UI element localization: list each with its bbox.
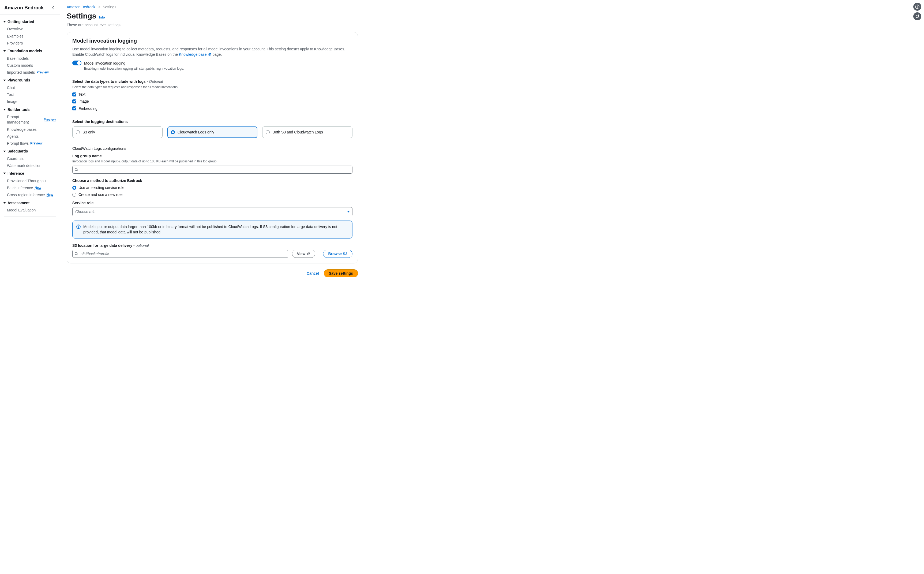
nav-item-label: Base models: [7, 56, 29, 61]
external-link-icon: [307, 252, 310, 255]
datatype-checkbox[interactable]: Image: [72, 99, 352, 104]
s3-label-text: S3 location for large data delivery -: [72, 243, 136, 248]
chevron-left-icon: [52, 6, 54, 9]
page-title: Settings: [67, 11, 96, 22]
svg-rect-7: [917, 6, 918, 8]
help-button[interactable]: [913, 3, 921, 11]
datatype-checkbox[interactable]: Text: [72, 91, 352, 97]
nav-section-header[interactable]: Playgrounds: [0, 76, 60, 84]
nav-item[interactable]: Knowledge bases: [0, 126, 60, 133]
svg-point-6: [917, 6, 918, 6]
nav-section-label: Inference: [8, 171, 24, 176]
checkbox-icon: [72, 106, 76, 110]
nav-item[interactable]: Overview: [0, 25, 60, 32]
nav-item[interactable]: Text: [0, 91, 60, 98]
nav-item[interactable]: Providers: [0, 39, 60, 47]
radio-icon: [171, 130, 175, 134]
nav-item-tag: Preview: [30, 142, 42, 145]
nav-item-label: Custom models: [7, 63, 33, 68]
info-alert: Model input or output data larger than 1…: [72, 221, 352, 238]
browse-s3-button[interactable]: Browse S3: [323, 250, 352, 258]
s3-location-input[interactable]: [72, 250, 288, 258]
info-icon: [76, 225, 81, 229]
nav-item[interactable]: Guardrails: [0, 155, 60, 162]
nav-item-label: Image: [7, 99, 17, 104]
invocation-logging-toggle[interactable]: [72, 61, 82, 65]
nav-item[interactable]: Prompt managementPreview: [0, 114, 60, 126]
nav-section-header[interactable]: Inference: [0, 169, 60, 177]
nav-item-label: Provisioned Throughput: [7, 178, 47, 184]
nav-section-header[interactable]: Getting started: [0, 17, 60, 25]
nav-item[interactable]: Chat: [0, 84, 60, 91]
logging-destination-tile[interactable]: S3 only: [72, 126, 163, 138]
view-button-label: View: [297, 252, 306, 256]
nav-section-header[interactable]: Builder tools: [0, 105, 60, 114]
info-alert-text: Model input or output data larger than 1…: [83, 224, 349, 235]
radio-icon: [72, 186, 76, 190]
destinations-heading: Select the logging destinations: [72, 119, 352, 125]
nav-item[interactable]: Image: [0, 98, 60, 105]
nav-item-tag: New: [35, 186, 41, 190]
log-group-input[interactable]: [72, 166, 352, 173]
nav-item-label: Model Evaluation: [7, 207, 36, 213]
breadcrumb-root[interactable]: Amazon Bedrock: [67, 4, 95, 9]
nav-item-label: Imported models: [7, 70, 35, 75]
logging-destination-tile[interactable]: Cloudwatch Logs only: [167, 126, 258, 138]
datatypes-heading: Select the data types to include with lo…: [72, 79, 352, 84]
page-info-link[interactable]: Info: [99, 15, 105, 20]
nav-section-header[interactable]: Assessment: [0, 199, 60, 207]
datatype-checkbox[interactable]: Embedding: [72, 106, 352, 111]
sidebar-title: Amazon Bedrock: [4, 4, 44, 11]
radio-label: Create and use a new role: [79, 192, 123, 197]
caret-down-icon: [3, 109, 6, 110]
nav-section-header[interactable]: Foundation models: [0, 47, 60, 55]
footer-actions: Cancel Save settings: [67, 269, 358, 278]
checkbox-label: Image: [79, 99, 89, 104]
nav-section-label: Safeguards: [8, 148, 28, 154]
nav-item[interactable]: Cross-region inferenceNew: [0, 191, 60, 198]
view-button[interactable]: View: [292, 250, 316, 258]
save-settings-button[interactable]: Save settings: [324, 269, 358, 278]
checkbox-icon: [72, 93, 76, 96]
service-role-select[interactable]: Choose role: [72, 207, 352, 216]
nav-section-header[interactable]: Safeguards: [0, 147, 60, 155]
auth-method-radio[interactable]: Create and use a new role: [72, 192, 352, 197]
nav-item[interactable]: Agents: [0, 133, 60, 140]
datatypes-heading-text: Select the data types to include with lo…: [72, 79, 149, 84]
nav-item[interactable]: Model Evaluation: [0, 207, 60, 214]
nav-item[interactable]: Imported modelsPreview: [0, 69, 60, 76]
log-group-desc: Invocation logs and model input & output…: [72, 159, 352, 164]
panel-title: Model invocation logging: [72, 37, 352, 45]
sidebar-collapse-button[interactable]: [50, 5, 56, 11]
nav-item-label: Agents: [7, 134, 19, 139]
nav-item-label: Examples: [7, 33, 23, 39]
nav-item[interactable]: Provisioned Throughput: [0, 177, 60, 184]
nav-item[interactable]: Base models: [0, 55, 60, 62]
nav-item[interactable]: Watermark detection: [0, 162, 60, 169]
toggle-sublabel: Enabling model invocation logging will s…: [84, 66, 184, 71]
refresh-button[interactable]: [913, 12, 921, 20]
sidebar: Amazon Bedrock Getting startedOverviewEx…: [0, 0, 60, 574]
checkbox-label: Embedding: [79, 106, 97, 111]
svg-point-2: [78, 226, 79, 226]
s3-location-label: S3 location for large data delivery - op…: [72, 243, 352, 248]
nav-item-label: Watermark detection: [7, 163, 41, 168]
cancel-button[interactable]: Cancel: [305, 269, 321, 278]
caret-down-icon: [3, 21, 6, 22]
nav-item[interactable]: Examples: [0, 33, 60, 39]
nav-item[interactable]: Custom models: [0, 62, 60, 69]
knowledge-base-link[interactable]: Knowledge base: [179, 52, 211, 57]
nav-item[interactable]: Prompt flowsPreview: [0, 140, 60, 147]
nav-item-label: Prompt management: [7, 114, 42, 125]
nav-item-label: Text: [7, 92, 14, 97]
caret-down-icon: [3, 202, 6, 203]
logging-destination-tile[interactable]: Both S3 and Cloudwatch Logs: [262, 126, 352, 138]
page-description: These are account level settings: [67, 22, 358, 28]
nav-item-tag: New: [47, 193, 53, 197]
info-icon: [915, 5, 919, 9]
nav-item[interactable]: Batch inferenceNew: [0, 184, 60, 191]
nav-item-label: Batch inference: [7, 185, 33, 191]
nav-item-label: Knowledge bases: [7, 127, 37, 132]
auth-method-radio[interactable]: Use an existing service role: [72, 185, 352, 190]
s3-label-optional: optional: [136, 243, 149, 248]
